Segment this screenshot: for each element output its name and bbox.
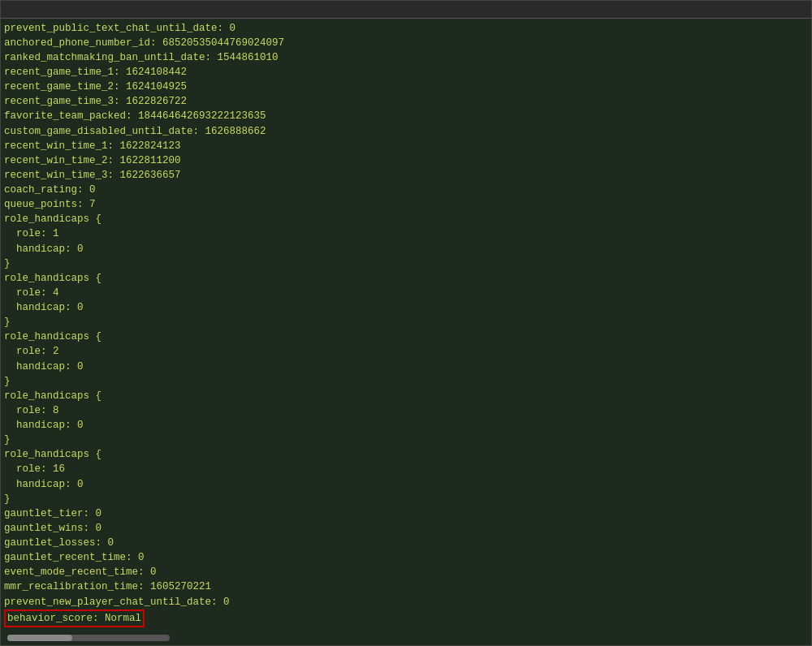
console-line: role: 2 bbox=[4, 344, 808, 359]
console-line: role_handicaps { bbox=[4, 271, 808, 286]
console-line: gauntlet_losses: 0 bbox=[4, 536, 808, 550]
console-line: } bbox=[4, 256, 808, 271]
console-line: gauntlet_recent_time: 0 bbox=[4, 550, 808, 565]
console-line: ranked_matchmaking_ban_until_date: 15448… bbox=[4, 50, 808, 65]
console-line: } bbox=[4, 315, 808, 329]
console-line: coach_rating: 0 bbox=[4, 183, 808, 197]
console-line: role_handicaps { bbox=[4, 447, 808, 462]
console-line: recent_win_time_3: 1622636657 bbox=[4, 168, 808, 183]
behavior-score-highlight: behavior_score: Normal bbox=[4, 609, 145, 627]
scrollbar-thumb[interactable] bbox=[7, 635, 72, 641]
console-line: role: 1 bbox=[4, 226, 808, 241]
console-line: role_handicaps { bbox=[4, 329, 808, 344]
console-line: role_handicaps { bbox=[4, 389, 808, 403]
console-line: queue_points: 7 bbox=[4, 197, 808, 212]
console-line: recent_game_time_1: 1624108442 bbox=[4, 65, 808, 80]
console-line: handicap: 0 bbox=[4, 242, 808, 256]
console-line: recent_win_time_2: 1622811200 bbox=[4, 153, 808, 168]
scrollbar[interactable] bbox=[7, 635, 170, 641]
console-line: } bbox=[4, 374, 808, 389]
console-content[interactable]: curr_all_hero_challenge_id: 33play_time_… bbox=[1, 19, 811, 631]
console-line: favorite_team_packed: 184464642693222123… bbox=[4, 109, 808, 123]
console-line: gauntlet_tier: 0 bbox=[4, 506, 808, 521]
console-line: prevent_new_player_chat_until_date: 0 bbox=[4, 595, 808, 609]
bottom-bar bbox=[1, 631, 811, 645]
console-line: handicap: 0 bbox=[4, 300, 808, 315]
console-line: handicap: 0 bbox=[4, 418, 808, 433]
console-line: gauntlet_wins: 0 bbox=[4, 521, 808, 536]
console-line: } bbox=[4, 433, 808, 447]
console-line: event_mode_recent_time: 0 bbox=[4, 565, 808, 579]
console-line: prevent_public_text_chat_until_date: 0 bbox=[4, 21, 808, 36]
console-line: role: 8 bbox=[4, 403, 808, 418]
console-line: handicap: 0 bbox=[4, 360, 808, 374]
console-line: role: 4 bbox=[4, 286, 808, 300]
console-line: custom_game_disabled_until_date: 1626888… bbox=[4, 124, 808, 139]
console-line: recent_win_time_1: 1622824123 bbox=[4, 139, 808, 153]
console-line: recent_game_time_2: 1624104925 bbox=[4, 80, 808, 94]
title-bar bbox=[1, 1, 811, 19]
console-line: handicap: 0 bbox=[4, 477, 808, 492]
console-line: recent_game_time_3: 1622826722 bbox=[4, 94, 808, 109]
console-line: mmr_recalibration_time: 1605270221 bbox=[4, 579, 808, 594]
highlighted-console-line: behavior_score: Normal bbox=[4, 609, 808, 627]
console-line: anchored_phone_number_id: 68520535044769… bbox=[4, 36, 808, 50]
console-line: role: 16 bbox=[4, 462, 808, 476]
console-line: role_handicaps { bbox=[4, 212, 808, 226]
console-line: } bbox=[4, 492, 808, 506]
console-window: curr_all_hero_challenge_id: 33play_time_… bbox=[0, 0, 812, 646]
